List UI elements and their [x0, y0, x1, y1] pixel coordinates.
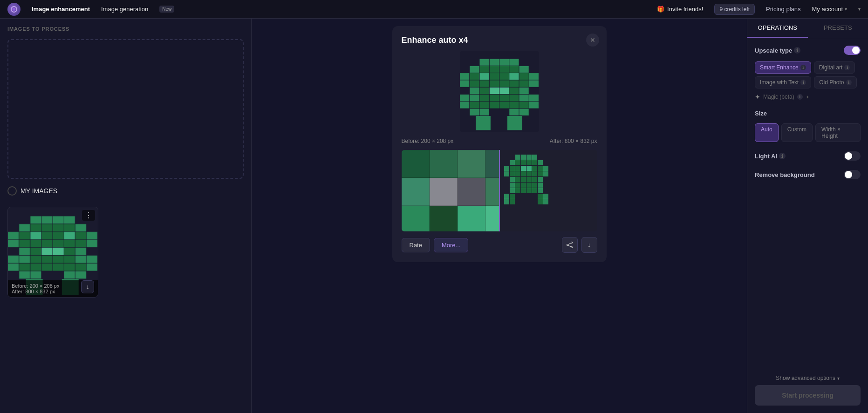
- nav-image-generation[interactable]: Image generation: [101, 6, 148, 13]
- modal-title: Enhance auto x4: [402, 35, 597, 45]
- svg-line-6: [568, 245, 571, 247]
- type-btn-digital-art[interactable]: Digital art ℹ: [814, 61, 855, 74]
- more-btn[interactable]: More...: [434, 238, 468, 252]
- old-photo-info-icon[interactable]: ℹ: [846, 80, 852, 85]
- my-images-toggle[interactable]: [7, 186, 17, 196]
- show-advanced-options[interactable]: Show advanced options ▾: [747, 371, 868, 385]
- upscale-type-section: Upscale type ℹ Smart Enhance ℹ Digital a…: [755, 46, 861, 101]
- magic-extra-icon: ✦: [806, 95, 809, 100]
- light-ai-toggle[interactable]: [844, 151, 861, 161]
- tab-operations[interactable]: OPERATIONS: [747, 19, 808, 38]
- size-label: Size: [755, 110, 861, 117]
- magic-info-icon[interactable]: ℹ: [797, 94, 803, 100]
- svg-point-1: [13, 8, 15, 11]
- type-btn-image-with-text[interactable]: Image with Text ℹ: [755, 76, 811, 88]
- show-advanced-label: Show advanced options: [776, 375, 835, 381]
- download-btn[interactable]: ↓: [581, 237, 597, 253]
- my-account-btn[interactable]: My account ▾: [812, 6, 847, 13]
- light-ai-info-icon[interactable]: ℹ: [779, 153, 786, 159]
- modal-compare-image: [402, 150, 597, 231]
- size-btn-custom[interactable]: Custom: [781, 123, 813, 142]
- pricing-plans-link[interactable]: Pricing plans: [766, 6, 800, 13]
- start-processing-btn[interactable]: Start processing: [755, 385, 861, 406]
- gift-icon: 🎁: [657, 6, 664, 13]
- my-images-label: MY IMAGES: [21, 187, 57, 195]
- images-to-process-label: IMAGES TO PROCESS: [7, 26, 244, 32]
- remove-bg-label: Remove background: [755, 171, 815, 178]
- topnav: Image enhancement Image generation New 🎁…: [0, 0, 868, 19]
- light-ai-label: Light AI ℹ: [755, 153, 786, 160]
- invite-label: Invite friends!: [667, 6, 703, 13]
- right-content: Upscale type ℹ Smart Enhance ℹ Digital a…: [747, 38, 868, 371]
- remove-bg-section: Remove background: [755, 170, 861, 179]
- type-buttons: Smart Enhance ℹ Digital art ℹ Image with…: [755, 61, 861, 88]
- size-btn-auto[interactable]: Auto: [755, 123, 779, 142]
- right-tabs: OPERATIONS PRESETS: [747, 19, 868, 38]
- upload-dropzone[interactable]: [7, 39, 244, 179]
- tab-presets[interactable]: PRESETS: [808, 19, 868, 38]
- nav-expand-icon: ▾: [858, 7, 861, 12]
- left-panel: IMAGES TO PROCESS MY IMAGES ⋮ Before: 20…: [0, 19, 252, 413]
- nav-image-enhancement[interactable]: Image enhancement: [32, 6, 90, 13]
- remove-bg-toggle[interactable]: [844, 170, 861, 179]
- account-chevron-icon: ▾: [845, 7, 847, 12]
- modal-actions: Rate More... ↓: [402, 237, 597, 253]
- after-label: After: 800 × 832 px: [550, 138, 597, 144]
- magic-row: ✦ Magic (beta) ℹ ✦: [755, 93, 861, 101]
- app-logo: [7, 3, 21, 16]
- my-images-row: MY IMAGES: [7, 186, 244, 196]
- size-buttons: Auto Custom Width × Height: [755, 123, 861, 142]
- size-section: Size Auto Custom Width × Height: [755, 110, 861, 142]
- account-label: My account: [812, 6, 843, 13]
- type-btn-smart-enhance[interactable]: Smart Enhance ℹ: [755, 61, 811, 74]
- modal-preview-top: [402, 51, 597, 132]
- show-advanced-chevron-icon: ▾: [837, 376, 840, 381]
- invite-friends-btn[interactable]: 🎁 Invite friends!: [657, 6, 703, 13]
- magic-plus-icon: ✦: [755, 93, 760, 101]
- size-btn-width-height[interactable]: Width × Height: [815, 123, 861, 142]
- main-layout: IMAGES TO PROCESS MY IMAGES ⋮ Before: 20…: [0, 19, 868, 413]
- rate-btn[interactable]: Rate: [402, 238, 430, 252]
- svg-line-5: [568, 243, 571, 245]
- modal-size-labels: Before: 200 × 208 px After: 800 × 832 px: [402, 138, 597, 144]
- upscale-type-label: Upscale type ℹ: [755, 47, 800, 54]
- center-panel: Enhance auto x4 ✕ Before: 200 × 208 px A…: [252, 19, 747, 413]
- thumb-download-btn[interactable]: ↓: [81, 280, 94, 293]
- before-label: Before: 200 × 208 px: [402, 138, 454, 144]
- digital-art-info-icon[interactable]: ℹ: [844, 65, 850, 70]
- magic-label[interactable]: Magic (beta): [763, 94, 794, 100]
- right-panel: OPERATIONS PRESETS Upscale type ℹ Smart …: [747, 19, 868, 413]
- image-thumbnail[interactable]: ⋮ Before: 200 × 208 px After: 800 × 832 …: [7, 207, 98, 298]
- thumb-menu-btn[interactable]: ⋮: [82, 210, 95, 221]
- modal-close-btn[interactable]: ✕: [586, 34, 599, 47]
- robot-preview-image: [460, 51, 539, 132]
- share-btn[interactable]: [562, 237, 578, 253]
- new-badge: New: [159, 6, 174, 13]
- svg-point-4: [567, 244, 568, 246]
- upscale-type-toggle[interactable]: [844, 46, 861, 55]
- enhance-modal: Enhance auto x4 ✕ Before: 200 × 208 px A…: [392, 26, 607, 262]
- smart-enhance-info-icon[interactable]: ℹ: [800, 65, 806, 70]
- type-btn-old-photo[interactable]: Old Photo ℹ: [814, 76, 856, 88]
- light-ai-section: Light AI ℹ: [755, 151, 861, 161]
- image-with-text-info-icon[interactable]: ℹ: [800, 80, 806, 85]
- credits-indicator[interactable]: 9 credits left: [714, 4, 755, 15]
- upscale-type-info-icon[interactable]: ℹ: [794, 47, 800, 54]
